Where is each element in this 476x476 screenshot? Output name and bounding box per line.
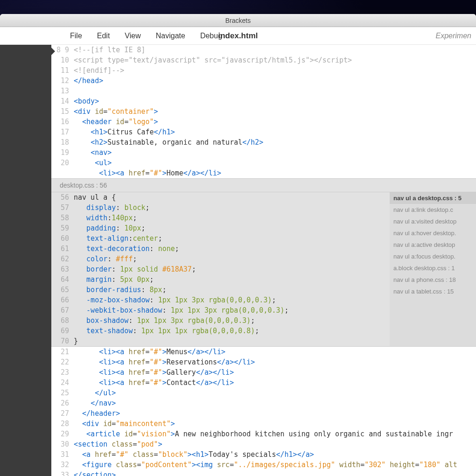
sidebar-notch-icon xyxy=(51,48,55,55)
css-rule-item[interactable]: nav ul a:active desktop xyxy=(390,239,476,251)
inline-css-editor[interactable]: 56 57 58 59 60 61 62 63 64 65 66 67 68 6… xyxy=(51,192,476,347)
main-code-top[interactable]: 8 9 10 11 12 13 14 15 16 17 18 19 20 <!-… xyxy=(51,45,476,178)
inline-editor-header[interactable]: desktop.css : 56 xyxy=(51,178,476,192)
editor-body: 8 9 10 11 12 13 14 15 16 17 18 19 20 <!-… xyxy=(0,45,476,476)
inline-editor-location: desktop.css : 56 xyxy=(60,182,107,189)
code-content[interactable]: <!--[if lte IE 8] <script type="text/jav… xyxy=(74,45,476,178)
css-rule-item[interactable]: nav ul a:link desktop.c xyxy=(390,204,476,216)
open-filename: index.html xyxy=(218,31,258,41)
css-rule-item[interactable]: nav ul a:hover desktop. xyxy=(390,227,476,239)
inline-line-gutter: 56 57 58 59 60 61 62 63 64 65 66 67 68 6… xyxy=(51,192,74,346)
menu-navigate[interactable]: Navigate xyxy=(156,32,185,40)
project-sidebar[interactable] xyxy=(0,45,51,476)
css-rule-list[interactable]: nav ul a desktop.css : 5nav ul a:link de… xyxy=(390,192,476,346)
menu-view[interactable]: View xyxy=(125,32,140,40)
experimental-label: Experimen xyxy=(436,32,471,40)
code-editor[interactable]: 8 9 10 11 12 13 14 15 16 17 18 19 20 <!-… xyxy=(51,45,476,476)
line-gutter-bottom: 21 22 23 24 25 26 27 28 29 30 31 32 33 xyxy=(51,347,74,476)
window-title: Brackets xyxy=(225,17,251,24)
menubar: File Edit View Navigate Debug index.html… xyxy=(0,27,476,45)
window-titlebar[interactable]: Brackets xyxy=(0,14,476,27)
css-rule-item[interactable]: nav ul a:visited desktop xyxy=(390,216,476,227)
css-rule-item[interactable]: nav ul a phone.css : 18 xyxy=(390,274,476,286)
css-rule-item[interactable]: nav ul a desktop.css : 5 xyxy=(390,192,476,204)
css-rule-item[interactable]: nav ul a:focus desktop. xyxy=(390,251,476,262)
main-code-bottom[interactable]: 21 22 23 24 25 26 27 28 29 30 31 32 33 <… xyxy=(51,347,476,476)
brackets-window: Brackets File Edit View Navigate Debug i… xyxy=(0,14,476,476)
css-rule-item[interactable]: nav ul a tablet.css : 15 xyxy=(390,286,476,297)
code-content-bottom[interactable]: <li><a href="#">Menus</a></li> <li><a hr… xyxy=(74,347,476,476)
menu-file[interactable]: File xyxy=(70,32,82,40)
menu-edit[interactable]: Edit xyxy=(97,32,110,40)
line-gutter: 8 9 10 11 12 13 14 15 16 17 18 19 20 xyxy=(51,45,74,178)
css-rule-item[interactable]: a.block desktop.css : 1 xyxy=(390,262,476,274)
